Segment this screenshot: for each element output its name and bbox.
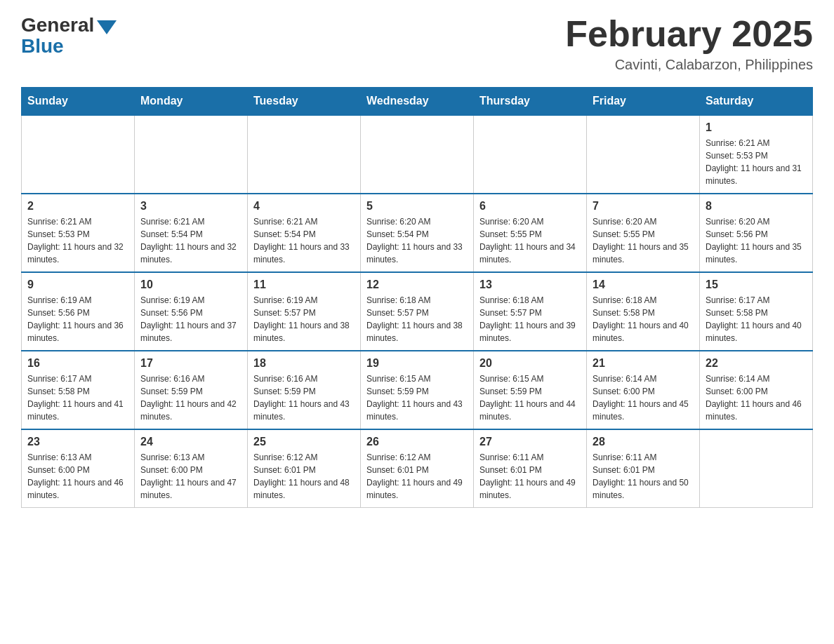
day-number: 4 <box>253 200 355 213</box>
day-number: 21 <box>593 357 694 370</box>
day-info: Sunrise: 6:14 AM <box>706 373 807 385</box>
logo: General Blue <box>21 14 117 58</box>
day-info: Sunset: 5:59 PM <box>366 385 468 398</box>
day-number: 2 <box>27 200 128 213</box>
calendar-cell: 12Sunrise: 6:18 AMSunset: 5:57 PMDayligh… <box>361 272 474 351</box>
day-info: Daylight: 11 hours and 38 minutes. <box>253 319 355 344</box>
day-info: Sunrise: 6:21 AM <box>706 137 807 149</box>
calendar-cell: 10Sunrise: 6:19 AMSunset: 5:56 PMDayligh… <box>135 272 248 351</box>
day-info: Daylight: 11 hours and 39 minutes. <box>479 319 581 344</box>
calendar-header-friday: Friday <box>587 88 700 116</box>
day-info: Sunset: 5:53 PM <box>706 149 807 162</box>
month-title: February 2025 <box>565 14 813 54</box>
calendar-cell: 15Sunrise: 6:17 AMSunset: 5:58 PMDayligh… <box>700 272 813 351</box>
calendar-cell: 24Sunrise: 6:13 AMSunset: 6:00 PMDayligh… <box>135 429 248 508</box>
day-info: Daylight: 11 hours and 46 minutes. <box>27 476 128 502</box>
calendar-cell: 26Sunrise: 6:12 AMSunset: 6:01 PMDayligh… <box>361 429 474 508</box>
calendar-header-monday: Monday <box>135 88 248 116</box>
day-info: Sunset: 5:56 PM <box>706 228 807 241</box>
day-number: 7 <box>593 200 694 213</box>
day-number: 6 <box>479 200 581 213</box>
day-info: Sunrise: 6:20 AM <box>706 215 807 228</box>
calendar-week-row: 2Sunrise: 6:21 AMSunset: 5:53 PMDaylight… <box>22 194 813 272</box>
day-info: Sunset: 5:58 PM <box>593 307 694 319</box>
day-info: Sunrise: 6:19 AM <box>140 294 241 307</box>
calendar-cell <box>587 115 700 194</box>
day-info: Sunset: 5:58 PM <box>706 307 807 319</box>
day-info: Daylight: 11 hours and 36 minutes. <box>27 319 128 344</box>
calendar-cell: 13Sunrise: 6:18 AMSunset: 5:57 PMDayligh… <box>474 272 587 351</box>
day-number: 25 <box>253 436 355 448</box>
day-info: Daylight: 11 hours and 38 minutes. <box>366 319 468 344</box>
calendar-header-thursday: Thursday <box>474 88 587 116</box>
day-number: 1 <box>706 121 807 134</box>
day-number: 16 <box>27 357 128 370</box>
title-section: February 2025 Cavinti, Calabarzon, Phili… <box>565 14 813 73</box>
calendar-cell <box>22 115 135 194</box>
calendar-cell: 7Sunrise: 6:20 AMSunset: 5:55 PMDaylight… <box>587 194 700 272</box>
day-info: Sunrise: 6:17 AM <box>27 373 128 385</box>
day-info: Daylight: 11 hours and 37 minutes. <box>140 319 241 344</box>
day-info: Sunset: 5:53 PM <box>27 228 128 241</box>
day-info: Sunset: 6:01 PM <box>479 464 581 476</box>
calendar-cell: 28Sunrise: 6:11 AMSunset: 6:01 PMDayligh… <box>587 429 700 508</box>
day-number: 14 <box>593 279 694 291</box>
day-info: Daylight: 11 hours and 34 minutes. <box>479 241 581 266</box>
day-info: Sunrise: 6:12 AM <box>253 451 355 464</box>
day-number: 19 <box>366 357 468 370</box>
day-info: Sunrise: 6:15 AM <box>366 373 468 385</box>
day-info: Sunrise: 6:18 AM <box>593 294 694 307</box>
calendar-cell: 19Sunrise: 6:15 AMSunset: 5:59 PMDayligh… <box>361 351 474 429</box>
day-info: Daylight: 11 hours and 49 minutes. <box>366 476 468 502</box>
calendar-week-row: 9Sunrise: 6:19 AMSunset: 5:56 PMDaylight… <box>22 272 813 351</box>
day-info: Sunset: 6:01 PM <box>366 464 468 476</box>
day-number: 5 <box>366 200 468 213</box>
day-info: Sunrise: 6:17 AM <box>706 294 807 307</box>
calendar-cell: 4Sunrise: 6:21 AMSunset: 5:54 PMDaylight… <box>248 194 361 272</box>
day-info: Daylight: 11 hours and 44 minutes. <box>479 398 581 423</box>
day-info: Sunset: 5:55 PM <box>479 228 581 241</box>
calendar-cell: 16Sunrise: 6:17 AMSunset: 5:58 PMDayligh… <box>22 351 135 429</box>
day-info: Sunrise: 6:12 AM <box>366 451 468 464</box>
location-title: Cavinti, Calabarzon, Philippines <box>565 57 813 73</box>
calendar-cell <box>474 115 587 194</box>
day-info: Sunrise: 6:20 AM <box>593 215 694 228</box>
day-info: Sunset: 5:54 PM <box>366 228 468 241</box>
calendar-cell: 14Sunrise: 6:18 AMSunset: 5:58 PMDayligh… <box>587 272 700 351</box>
day-info: Daylight: 11 hours and 32 minutes. <box>27 241 128 266</box>
day-info: Sunset: 6:01 PM <box>253 464 355 476</box>
day-info: Daylight: 11 hours and 35 minutes. <box>593 241 694 266</box>
calendar-header-wednesday: Wednesday <box>361 88 474 116</box>
calendar-cell: 8Sunrise: 6:20 AMSunset: 5:56 PMDaylight… <box>700 194 813 272</box>
calendar-header-saturday: Saturday <box>700 88 813 116</box>
day-info: Daylight: 11 hours and 35 minutes. <box>706 241 807 266</box>
day-info: Sunset: 6:00 PM <box>593 385 694 398</box>
day-info: Daylight: 11 hours and 43 minutes. <box>253 398 355 423</box>
calendar-header-sunday: Sunday <box>22 88 135 116</box>
day-info: Sunrise: 6:18 AM <box>479 294 581 307</box>
day-info: Sunrise: 6:15 AM <box>479 373 581 385</box>
calendar-cell: 20Sunrise: 6:15 AMSunset: 5:59 PMDayligh… <box>474 351 587 429</box>
calendar-cell: 5Sunrise: 6:20 AMSunset: 5:54 PMDaylight… <box>361 194 474 272</box>
day-info: Sunrise: 6:13 AM <box>140 451 241 464</box>
day-info: Daylight: 11 hours and 41 minutes. <box>27 398 128 423</box>
day-number: 18 <box>253 357 355 370</box>
calendar-cell: 1Sunrise: 6:21 AMSunset: 5:53 PMDaylight… <box>700 115 813 194</box>
day-info: Sunrise: 6:14 AM <box>593 373 694 385</box>
calendar-cell: 18Sunrise: 6:16 AMSunset: 5:59 PMDayligh… <box>248 351 361 429</box>
day-info: Sunset: 5:59 PM <box>140 385 241 398</box>
day-info: Daylight: 11 hours and 45 minutes. <box>593 398 694 423</box>
day-info: Sunrise: 6:19 AM <box>27 294 128 307</box>
day-info: Sunrise: 6:20 AM <box>366 215 468 228</box>
day-number: 12 <box>366 279 468 291</box>
day-info: Daylight: 11 hours and 43 minutes. <box>366 398 468 423</box>
day-info: Sunrise: 6:11 AM <box>479 451 581 464</box>
calendar-cell: 22Sunrise: 6:14 AMSunset: 6:00 PMDayligh… <box>700 351 813 429</box>
day-info: Sunset: 5:55 PM <box>593 228 694 241</box>
day-info: Daylight: 11 hours and 31 minutes. <box>706 162 807 187</box>
day-number: 8 <box>706 200 807 213</box>
logo-general-text: General <box>21 14 94 36</box>
day-number: 11 <box>253 279 355 291</box>
page-header: General Blue February 2025 Cavinti, Cala… <box>21 14 813 73</box>
day-info: Daylight: 11 hours and 42 minutes. <box>140 398 241 423</box>
